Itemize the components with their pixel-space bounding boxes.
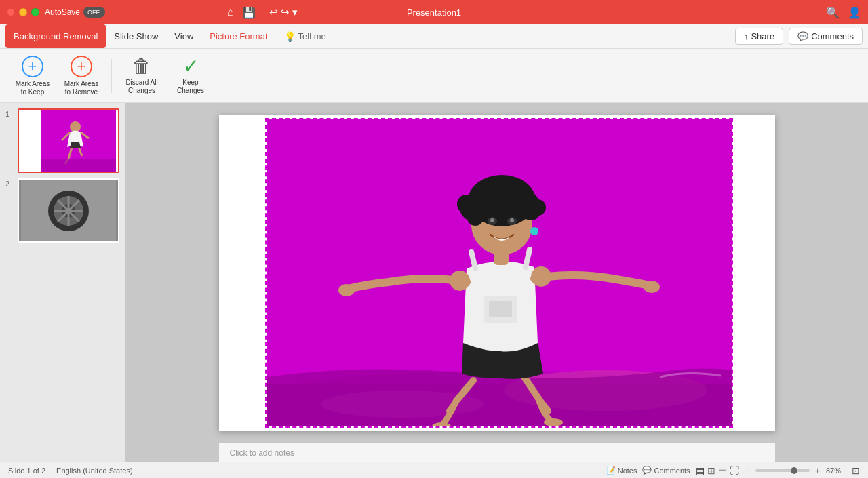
discard-label: Discard All Changes — [125, 79, 157, 95]
zoom-slider[interactable] — [755, 469, 810, 472]
fit-slide-btn[interactable]: ⊡ — [852, 465, 860, 476]
menu-tell-me[interactable]: 💡 Tell me — [276, 24, 334, 48]
slide-item-1[interactable]: 1 — [5, 108, 119, 173]
reading-view-btn[interactable]: ▭ — [718, 465, 727, 476]
keep-check-icon: ✓ — [183, 57, 199, 76]
menu-picture-format[interactable]: Picture Format — [201, 24, 275, 48]
slide-number-1: 1 — [5, 108, 14, 118]
notes-status-btn[interactable]: 📝 Notes — [606, 466, 637, 475]
comments-status-btn[interactable]: 💬 Comments — [642, 466, 690, 475]
mark-areas-remove-button[interactable]: + Mark Areas to Remove — [60, 53, 103, 99]
dropdown-icon[interactable]: ▾ — [292, 6, 298, 18]
mark-remove-icon: + — [71, 56, 92, 77]
lightbulb-icon: 💡 — [284, 31, 296, 42]
svg-rect-3 — [41, 159, 116, 172]
svg-point-44 — [490, 218, 494, 222]
fullscreen-btn[interactable]: ⛶ — [730, 465, 739, 476]
keep-changes-button[interactable]: ✓ Keep Changes — [169, 53, 212, 99]
toggle-state-label: OFF — [87, 9, 100, 16]
titlebar-right: 🔍 👤 — [826, 6, 861, 19]
slide-canvas — [219, 115, 775, 431]
notes-icon: 📝 — [606, 466, 616, 475]
notes-placeholder: Click to add notes — [230, 448, 294, 458]
slide-number-2: 2 — [5, 178, 14, 188]
keep-changes-label: Keep Changes — [177, 79, 204, 95]
status-bar: Slide 1 of 2 English (United States) 📝 N… — [0, 462, 868, 478]
svg-point-47 — [450, 271, 470, 291]
titlebar-icons: ⌂ 💾 ↩ ↪ ▾ — [227, 6, 298, 19]
discard-icon: 🗑 — [132, 57, 151, 76]
svg-point-28 — [644, 281, 660, 293]
svg-point-27 — [338, 284, 355, 296]
toolbar: + Mark Areas to Keep + Mark Areas to Rem… — [0, 49, 868, 103]
menu-background-removal[interactable]: Background Removal — [5, 24, 106, 48]
slide-item-2[interactable]: 2 — [5, 178, 119, 243]
mark-keep-label: Mark Areas to Keep — [16, 80, 50, 96]
status-right: 📝 Notes 💬 Comments ▤ ⊞ ▭ ⛶ − + 87% ⊡ — [606, 465, 860, 476]
svg-point-45 — [510, 218, 514, 222]
mark-keep-icon: + — [22, 56, 43, 77]
save-icon[interactable]: 💾 — [242, 6, 256, 19]
svg-point-46 — [530, 227, 538, 235]
normal-view-btn[interactable]: ▤ — [696, 465, 705, 476]
zoom-decrease-btn[interactable]: − — [745, 465, 750, 476]
comments-button[interactable]: 💬 Comments — [789, 28, 863, 45]
slide-panel: 1 — [0, 103, 125, 462]
slide-thumb-content-1 — [19, 110, 118, 172]
notes-area[interactable]: Click to add notes — [219, 443, 775, 462]
slide-thumbnail-1[interactable] — [18, 108, 119, 173]
svg-point-48 — [531, 266, 551, 287]
autosave-label: AutoSave — [45, 7, 80, 17]
mark-areas-keep-button[interactable]: + Mark Areas to Keep — [11, 53, 54, 99]
comment-icon: 💬 — [797, 31, 808, 41]
canvas-area: Click to add notes — [125, 103, 868, 462]
account-icon[interactable]: 👤 — [848, 6, 861, 19]
undo-redo-group: ↩ ↪ ▾ — [269, 6, 298, 18]
undo-icon[interactable]: ↩ — [269, 6, 278, 18]
view-buttons: ▤ ⊞ ▭ ⛶ — [696, 465, 739, 476]
svg-point-40 — [457, 195, 476, 214]
share-button[interactable]: ↑ Share — [735, 28, 783, 45]
image-container[interactable] — [265, 118, 733, 428]
zoom-increase-btn[interactable]: + — [815, 465, 821, 476]
svg-rect-4 — [21, 110, 41, 172]
minimize-button[interactable] — [19, 8, 27, 16]
window-title: Presentation1 — [407, 7, 461, 18]
language-info: English (United States) — [56, 466, 133, 475]
zoom-thumb — [791, 467, 797, 474]
menu-bar: Background Removal Slide Show View Pictu… — [0, 24, 868, 49]
zoom-percent[interactable]: 87% — [826, 466, 846, 475]
svg-rect-26 — [489, 301, 512, 317]
menu-view[interactable]: View — [166, 24, 201, 48]
grid-view-btn[interactable]: ⊞ — [707, 465, 715, 476]
discard-changes-button[interactable]: 🗑 Discard All Changes — [120, 53, 163, 99]
mark-remove-label: Mark Areas to Remove — [64, 80, 99, 96]
menu-right-actions: ↑ Share 💬 Comments — [735, 24, 863, 48]
maximize-button[interactable] — [31, 8, 39, 16]
search-icon[interactable]: 🔍 — [826, 6, 840, 19]
comment-status-icon: 💬 — [642, 466, 652, 475]
slide-info: Slide 1 of 2 — [8, 466, 45, 475]
title-bar: AutoSave OFF ⌂ 💾 ↩ ↪ ▾ Presentation1 🔍 👤 — [0, 0, 868, 24]
slide-thumb-content-2 — [19, 180, 118, 241]
home-icon[interactable]: ⌂ — [227, 6, 234, 18]
main-area: 1 — [0, 103, 868, 462]
svg-point-41 — [530, 199, 546, 216]
close-button[interactable] — [7, 8, 15, 16]
share-icon: ↑ — [744, 31, 749, 41]
svg-point-24 — [544, 418, 563, 426]
menu-slide-show[interactable]: Slide Show — [106, 24, 166, 48]
slide-thumbnail-2[interactable] — [18, 178, 119, 243]
traffic-lights — [7, 8, 39, 16]
autosave-toggle[interactable]: OFF — [83, 7, 105, 18]
toolbar-divider-1 — [111, 59, 112, 93]
autosave-control: AutoSave OFF — [45, 7, 105, 18]
redo-icon[interactable]: ↪ — [281, 6, 290, 18]
